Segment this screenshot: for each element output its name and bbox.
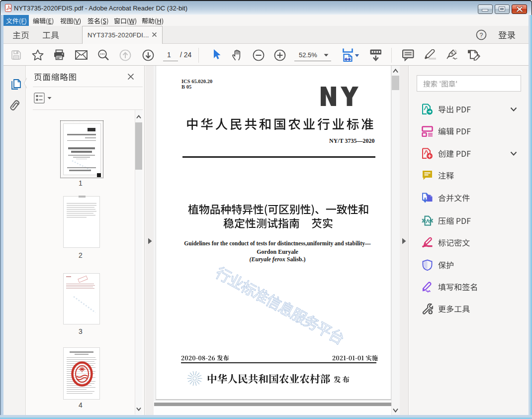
- svg-text:?: ?: [480, 32, 483, 39]
